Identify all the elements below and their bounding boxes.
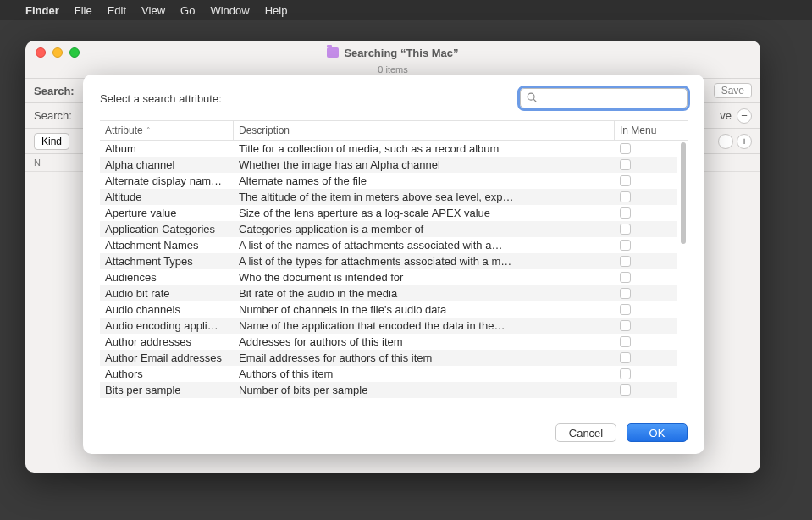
inmenu-cell [615,207,677,219]
inmenu-checkbox[interactable] [620,384,631,396]
add-rule-button[interactable]: + [737,134,752,149]
col-description[interactable]: Description [234,121,615,140]
window-title: Searching “This Mac” [344,47,458,59]
table-row[interactable]: AuthorsAuthors of this item [100,366,677,382]
table-row[interactable]: Author Email addressesEmail addresses fo… [100,350,677,366]
inmenu-checkbox[interactable] [620,352,631,363]
svg-line-1 [533,99,536,102]
desc-cell: Title for a collection of media, such as… [234,142,615,155]
inmenu-checkbox[interactable] [620,320,631,331]
inmenu-checkbox[interactable] [620,368,631,379]
remove-rule-button[interactable]: − [718,134,733,149]
col-attribute[interactable]: Attribute ˄ [100,121,234,140]
scrollbar[interactable] [681,142,686,244]
inmenu-cell [615,288,677,299]
inmenu-cell [615,384,677,396]
inmenu-cell [615,368,677,379]
inmenu-checkbox[interactable] [620,159,631,170]
attr-cell: Audiences [100,271,234,284]
inmenu-checkbox[interactable] [620,191,631,202]
remove-criteria-button[interactable]: − [737,108,752,124]
attr-cell: Alpha channel [100,158,234,171]
dialog-search [520,88,688,108]
inmenu-cell [615,224,677,235]
table-row[interactable]: Alternate display nam…Alternate names of… [100,173,677,189]
desc-cell: Addresses for authors of this item [234,335,615,348]
table-row[interactable]: AltitudeThe altitude of the item in mete… [100,189,677,205]
inmenu-cell [615,191,677,202]
table-row[interactable]: Audio bit rateBit rate of the audio in t… [100,285,677,301]
table-row[interactable]: AlbumTitle for a collection of media, su… [100,141,677,157]
menu-go[interactable]: Go [180,4,195,17]
inmenu-checkbox[interactable] [620,175,631,186]
inmenu-cell [615,256,677,267]
menu-file[interactable]: File [75,4,92,17]
search-label-2: Search: [34,109,72,122]
menu-help[interactable]: Help [265,4,288,17]
table-row[interactable]: Alpha channelWhether the image has an Al… [100,157,677,173]
desc-cell: Size of the lens aperture as a log-scale… [234,207,615,219]
desc-cell: Email addresses for authors of this item [234,351,615,364]
desc-cell: Alternate names of the file [234,174,615,187]
attribute-dialog: Select a search attribute: Attribute ˄ D… [83,75,704,454]
inmenu-checkbox[interactable] [620,207,631,219]
table-row[interactable]: Attachment TypesA list of the types for … [100,253,677,269]
table-row[interactable]: Author addressesAddresses for authors of… [100,334,677,350]
desc-cell: The altitude of the item in meters above… [234,191,615,203]
table-row[interactable]: Audio channelsNumber of channels in the … [100,301,677,318]
inmenu-checkbox[interactable] [620,240,631,251]
table-row[interactable]: Bits per sampleNumber of bits per sample [100,382,677,398]
inmenu-checkbox[interactable] [620,288,631,299]
ok-button[interactable]: OK [627,423,688,442]
save-search-button[interactable]: Save [714,83,752,98]
titlebar: Searching “This Mac” [25,41,760,64]
desc-cell: Who the document is intended for [234,271,615,284]
attr-cell: Attachment Names [100,239,234,252]
inmenu-checkbox[interactable] [620,224,631,235]
col-in-menu[interactable]: In Menu [615,121,677,140]
attr-cell: Aperture value [100,207,234,219]
menu-window[interactable]: Window [210,4,249,17]
menu-view[interactable]: View [141,4,165,17]
table-row[interactable]: Audio encoding appli…Name of the applica… [100,318,677,334]
search-input[interactable] [520,88,688,108]
inmenu-checkbox[interactable] [620,272,631,283]
table-row[interactable]: Attachment NamesA list of the names of a… [100,237,677,253]
inmenu-checkbox[interactable] [620,304,631,315]
inmenu-checkbox[interactable] [620,256,631,267]
attr-cell: Author addresses [100,335,234,348]
table-row[interactable]: Application CategoriesCategories applica… [100,221,677,237]
inmenu-cell [615,143,677,154]
table-row[interactable]: Aperture valueSize of the lens aperture … [100,205,677,221]
attr-cell: Author Email addresses [100,351,234,364]
cancel-button[interactable]: Cancel [555,423,616,442]
desc-cell: Categories application is a member of [234,223,615,235]
inmenu-cell [615,336,677,347]
inmenu-cell [615,159,677,170]
dialog-title: Select a search attribute: [100,92,222,105]
scope-partial: ve [720,109,732,122]
menu-edit[interactable]: Edit [108,4,126,17]
desc-cell: Number of bits per sample [234,384,615,396]
search-label: Search: [34,85,75,97]
attr-cell: Audio channels [100,303,234,316]
table-row[interactable]: AudiencesWho the document is intended fo… [100,269,677,285]
table-header: Attribute ˄ Description In Menu [100,120,688,141]
app-menu[interactable]: Finder [25,4,59,17]
desc-cell: Name of the application that encoded the… [234,319,615,332]
inmenu-cell [615,304,677,315]
desc-cell: Whether the image has an Alpha channel [234,158,615,171]
desc-cell: A list of the types for attachments asso… [234,255,615,268]
inmenu-cell [615,272,677,283]
desc-cell: Bit rate of the audio in the media [234,287,615,300]
attr-cell: Authors [100,368,234,380]
attr-cell: Attachment Types [100,255,234,268]
search-icon [526,91,538,103]
desc-cell: A list of the names of attachments assoc… [234,239,615,252]
attr-cell: Alternate display nam… [100,174,234,187]
inmenu-checkbox[interactable] [620,143,631,154]
attr-cell: Audio encoding appli… [100,319,234,332]
col-spacer [677,121,688,140]
inmenu-checkbox[interactable] [620,336,631,347]
kind-dropdown[interactable]: Kind [34,133,69,150]
